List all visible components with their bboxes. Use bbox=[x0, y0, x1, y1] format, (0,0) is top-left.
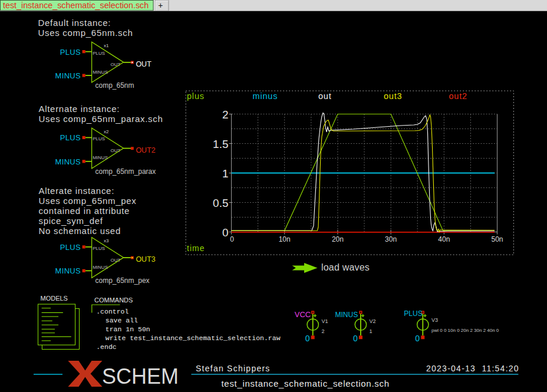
svg-text:Stefan Schippers: Stefan Schippers bbox=[196, 364, 271, 373]
svg-text:30n: 30n bbox=[385, 235, 397, 243]
svg-text:pwl 0 0 10n 0 20n 2 30n 2 40n: pwl 0 0 10n 0 20n 2 30n 2 40n 0 bbox=[431, 328, 499, 333]
svg-text:V2: V2 bbox=[370, 318, 376, 324]
svg-text:20n: 20n bbox=[332, 235, 344, 243]
svg-text:comp_65nm_pex: comp_65nm_pex bbox=[95, 276, 150, 285]
svg-text:Alterate instance:: Alterate instance: bbox=[39, 186, 115, 196]
svg-text:save all: save all bbox=[106, 317, 138, 324]
svg-text:test_instance_schematic_select: test_instance_schematic_selection.sch bbox=[3, 1, 149, 10]
svg-text:OUT2: OUT2 bbox=[136, 146, 155, 154]
svg-text:50n: 50n bbox=[491, 235, 503, 243]
svg-text:comp_65nm: comp_65nm bbox=[95, 81, 134, 90]
svg-text:10n: 10n bbox=[279, 235, 291, 243]
svg-text:x1: x1 bbox=[104, 43, 109, 48]
svg-text:SCHEM: SCHEM bbox=[102, 364, 179, 388]
svg-text:2023-04-13 11:54:20: 2023-04-13 11:54:20 bbox=[426, 364, 519, 373]
svg-text:Uses comp_65nm_parax.sch: Uses comp_65nm_parax.sch bbox=[39, 114, 163, 124]
svg-text:tran 1n 50n: tran 1n 50n bbox=[106, 325, 150, 333]
svg-text:x2: x2 bbox=[104, 129, 109, 134]
svg-text:Alternate instance:: Alternate instance: bbox=[39, 104, 120, 114]
svg-text:minus: minus bbox=[253, 91, 278, 101]
svg-text:1.5: 1.5 bbox=[213, 138, 228, 150]
svg-text:Uses comp_65nm_pex: Uses comp_65nm_pex bbox=[39, 196, 137, 206]
svg-text:Uses comp_65nm.sch: Uses comp_65nm.sch bbox=[38, 28, 133, 38]
svg-text:plus: plus bbox=[187, 91, 205, 101]
svg-text:VCC: VCC bbox=[295, 310, 311, 319]
svg-text:PLUS: PLUS bbox=[404, 309, 422, 318]
svg-text:No schematic used: No schematic used bbox=[39, 226, 121, 236]
svg-text:out3: out3 bbox=[384, 91, 402, 101]
svg-text:MODELS: MODELS bbox=[41, 295, 68, 302]
svg-text:.endc: .endc bbox=[96, 343, 117, 351]
svg-text:MINUS: MINUS bbox=[335, 311, 358, 319]
svg-text:OUT3: OUT3 bbox=[136, 255, 155, 263]
svg-text:0: 0 bbox=[230, 235, 234, 243]
svg-text:+: + bbox=[158, 1, 163, 10]
svg-text:0: 0 bbox=[222, 226, 229, 239]
svg-text:test_instance_schematic_select: test_instance_schematic_selection.sch bbox=[222, 378, 390, 388]
svg-text:contained in attribute: contained in attribute bbox=[39, 206, 130, 216]
svg-text:0: 0 bbox=[353, 334, 358, 343]
svg-text:time: time bbox=[187, 243, 205, 253]
svg-text:1: 1 bbox=[222, 167, 229, 180]
svg-text:spice_sym_def: spice_sym_def bbox=[39, 216, 103, 226]
svg-text:Default instance:: Default instance: bbox=[38, 18, 111, 28]
svg-text:COMMANDS: COMMANDS bbox=[94, 297, 133, 304]
svg-text:out2: out2 bbox=[449, 91, 467, 101]
svg-text:.control: .control bbox=[96, 308, 128, 315]
svg-text:0.5: 0.5 bbox=[213, 197, 228, 209]
svg-text:1: 1 bbox=[370, 328, 373, 334]
svg-text:2: 2 bbox=[321, 328, 324, 334]
svg-text:load waves: load waves bbox=[321, 262, 370, 272]
svg-text:out: out bbox=[318, 91, 332, 101]
svg-text:V1: V1 bbox=[321, 318, 328, 324]
svg-text:0: 0 bbox=[305, 334, 310, 343]
svg-text:comp_65nm_parax: comp_65nm_parax bbox=[95, 167, 156, 176]
svg-text:x3: x3 bbox=[104, 238, 109, 243]
svg-text:V3: V3 bbox=[431, 317, 438, 323]
svg-text:write test_instance_schematic_: write test_instance_schematic_selection.… bbox=[106, 334, 281, 342]
svg-text:40n: 40n bbox=[438, 235, 450, 243]
svg-text:2: 2 bbox=[222, 108, 229, 121]
svg-text:0: 0 bbox=[415, 334, 420, 343]
svg-text:OUT: OUT bbox=[136, 60, 151, 68]
